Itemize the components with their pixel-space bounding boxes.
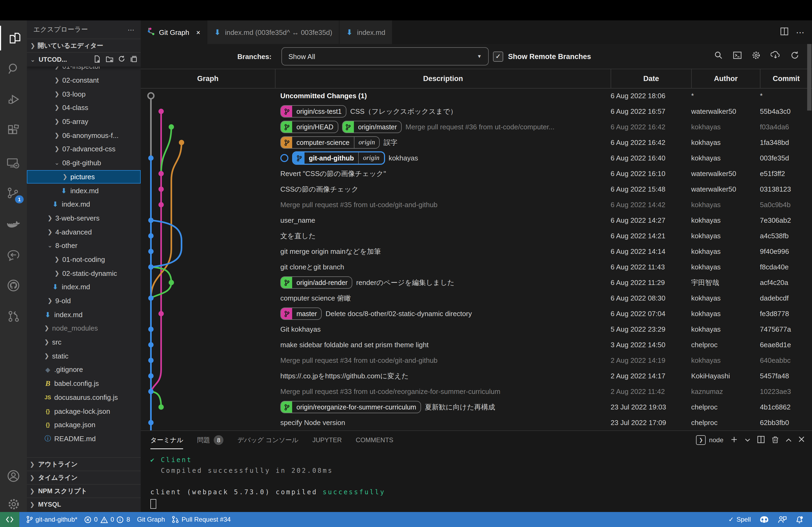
activity-github-icon[interactable] bbox=[0, 273, 27, 298]
tree-item-01-not-coding[interactable]: ❯01-not-coding bbox=[27, 253, 141, 266]
tree-item-06-anonymous-f...[interactable]: ❯06-anonymous-f... bbox=[27, 129, 141, 142]
collapse-all-icon[interactable] bbox=[130, 55, 137, 64]
commit-row[interactable]: user_name6 Aug 2022 14:27kokhayas7e306ab… bbox=[141, 212, 812, 228]
activity-explorer-icon[interactable] bbox=[0, 26, 28, 50]
panel-tab-COMMENTS[interactable]: COMMENTS bbox=[356, 431, 393, 449]
tab-index.md[interactable]: ⬇index.md bbox=[339, 20, 393, 44]
activity-live-share-icon[interactable] bbox=[0, 243, 27, 268]
explorer-section-タイムライン[interactable]: ❯タイムライン bbox=[27, 471, 141, 484]
panel-tab-デバッグ コンソール[interactable]: デバッグ コンソール bbox=[237, 431, 298, 449]
tree-item-03-loop[interactable]: ❯03-loop bbox=[27, 87, 141, 101]
notifications-bell-icon[interactable] bbox=[795, 515, 803, 524]
branch-badge[interactable]: git-and-githuborigin bbox=[292, 151, 385, 165]
commit-row[interactable]: make sidebar foldable and set prism them… bbox=[141, 337, 812, 352]
terminal-icon[interactable] bbox=[733, 51, 742, 62]
tree-item-04-class[interactable]: ❯04-class bbox=[27, 101, 141, 115]
panel-tab-問題[interactable]: 問題8 bbox=[197, 431, 223, 449]
branch-badge[interactable]: computer-scienceorigin bbox=[280, 136, 380, 149]
activity-search-icon[interactable] bbox=[0, 56, 27, 81]
terminal-dropdown-icon[interactable] bbox=[745, 436, 750, 444]
tree-item-01-inspector[interactable]: ❯01-inspector bbox=[27, 66, 141, 73]
tree-item-node-modules[interactable]: ❯node_modules bbox=[27, 321, 141, 335]
settings-icon[interactable] bbox=[752, 51, 760, 62]
new-terminal-icon[interactable] bbox=[730, 436, 738, 445]
commit-row[interactable]: CSSの節の画像チェック6 Aug 2022 15:48waterwalker5… bbox=[141, 181, 812, 197]
activity-remote-explorer-icon[interactable] bbox=[0, 151, 27, 176]
commit-row[interactable]: Revert "CSSの節の画像チェック"6 Aug 2022 16:10wat… bbox=[141, 166, 812, 181]
new-file-icon[interactable] bbox=[93, 55, 101, 64]
maximize-panel-icon[interactable] bbox=[786, 436, 792, 444]
tree-item-9-old[interactable]: ❯9-old bbox=[27, 294, 141, 307]
commit-row[interactable]: Uncommitted Changes (1)6 Aug 2022 18:06*… bbox=[141, 88, 812, 104]
new-folder-icon[interactable] bbox=[106, 55, 113, 64]
workspace-section[interactable]: ⌄ UTCOD... bbox=[27, 52, 141, 66]
commit-row[interactable]: git-and-githuboriginkokhayas6 Aug 2022 1… bbox=[141, 150, 812, 166]
branch-badge[interactable]: origin/css-test1 bbox=[280, 105, 346, 118]
commit-row[interactable]: git cloneとgit branch6 Aug 2022 11:43kokh… bbox=[141, 259, 812, 275]
activity-run-debug-icon[interactable] bbox=[0, 87, 27, 111]
tree-item-02-constant[interactable]: ❯02-constant bbox=[27, 73, 141, 87]
branch-badge[interactable]: origin/HEAD bbox=[280, 121, 338, 133]
commit-row[interactable]: Merge pull request #34 from ut-code/git-… bbox=[141, 352, 812, 368]
problems-status-item[interactable]: 0 0 8 bbox=[84, 516, 130, 523]
tree-item-readme.md[interactable]: ⓘREADME.md bbox=[27, 432, 141, 446]
commit-row[interactable]: origin/css-test1CSS（フレックスボックスまで）6 Aug 20… bbox=[141, 104, 812, 119]
activity-docker-icon[interactable] bbox=[0, 212, 27, 237]
explorer-more-icon[interactable]: ⋯ bbox=[128, 26, 134, 33]
branch-badge[interactable]: origin/master bbox=[342, 121, 402, 133]
commit-row[interactable]: Git kokhayas5 Aug 2022 23:29kokhayas7475… bbox=[141, 321, 812, 337]
commit-row[interactable]: https://.co.jpをhttps://github.comに変えた2 A… bbox=[141, 368, 812, 384]
tree-item-.gitignore[interactable]: ◆.gitignore bbox=[27, 363, 141, 376]
scrollbar-thumb[interactable] bbox=[807, 44, 811, 110]
commit-row[interactable]: origin/add-renderrenderのページを編集しました6 Aug … bbox=[141, 275, 812, 290]
close-panel-icon[interactable] bbox=[799, 436, 804, 444]
explorer-section-MYSQL[interactable]: ❯MYSQL bbox=[27, 497, 141, 511]
branch-badge[interactable]: origin/reorganize-for-summer-curriculum bbox=[280, 401, 421, 413]
shell-selector[interactable]: ❯ node bbox=[696, 435, 723, 445]
panel-tab-ターミナル[interactable]: ターミナル bbox=[150, 431, 183, 449]
terminal-output[interactable]: ✔ Client Compiled successfully in 202.08… bbox=[150, 454, 385, 509]
column-header-author[interactable]: Author bbox=[691, 69, 760, 88]
tab-index.md[interactable]: ⬇index.md (003fe35d^ ↔ 003fe35d) bbox=[207, 20, 339, 44]
find-icon[interactable] bbox=[714, 51, 723, 62]
activity-pull-requests-icon[interactable] bbox=[0, 304, 27, 328]
split-terminal-icon[interactable] bbox=[757, 436, 765, 445]
tree-item-pictures[interactable]: ❯pictures bbox=[27, 170, 141, 183]
branch-status-item[interactable]: git-and-github* bbox=[26, 516, 77, 523]
activity-extensions-icon[interactable] bbox=[0, 118, 27, 143]
spell-status-item[interactable]: ✓ Spell bbox=[728, 516, 751, 523]
explorer-section-NPM スクリプト[interactable]: ❯NPM スクリプト bbox=[27, 484, 141, 497]
refresh-icon[interactable] bbox=[118, 55, 125, 64]
commit-row[interactable]: specify Node version23 Jul 2022 17:09che… bbox=[141, 415, 812, 431]
explorer-section-アウトライン[interactable]: ❯アウトライン bbox=[27, 457, 141, 471]
commit-row[interactable]: Merge pull request #35 from ut-code/git-… bbox=[141, 197, 812, 212]
tree-item-3-web-servers[interactable]: ❯3-web-servers bbox=[27, 211, 141, 225]
tab-git[interactable]: Git Graph× bbox=[141, 20, 207, 44]
tree-item-docusaurus.config.js[interactable]: JSdocusaurus.config.js bbox=[27, 390, 141, 404]
commit-row[interactable]: git merge origin mainなどを加筆6 Aug 2022 14:… bbox=[141, 244, 812, 259]
branch-badge[interactable]: master bbox=[280, 307, 322, 320]
tree-item-babel.config.js[interactable]: Bbabel.config.js bbox=[27, 377, 141, 390]
show-remote-branches-checkbox[interactable]: ✓ Show Remote Branches bbox=[493, 51, 591, 61]
tree-item-02-static-dynamic[interactable]: ❯02-static-dynamic bbox=[27, 267, 141, 280]
commit-row[interactable]: Merge pull request #33 from ut-code/reor… bbox=[141, 384, 812, 399]
branches-dropdown[interactable]: Show All▼ bbox=[281, 47, 489, 65]
column-header-date[interactable]: Date bbox=[611, 69, 691, 88]
more-actions-icon[interactable]: ⋯ bbox=[796, 27, 804, 37]
commit-row[interactable]: origin/reorganize-for-summer-curriculum夏… bbox=[141, 399, 812, 415]
pull-request-status-item[interactable]: Pull Request #34 bbox=[172, 516, 231, 523]
column-header-description[interactable]: Description bbox=[275, 69, 611, 88]
tree-item-index.md[interactable]: ⬇index.md bbox=[27, 183, 141, 197]
tree-item-index.md[interactable]: ⬇index.md bbox=[27, 308, 141, 321]
commit-row[interactable]: origin/HEADorigin/masterMerge pull reque… bbox=[141, 119, 812, 135]
close-tab-icon[interactable]: × bbox=[196, 28, 200, 36]
open-editors-section[interactable]: ❯開いているエディター bbox=[27, 39, 141, 52]
activity-account-icon[interactable] bbox=[0, 464, 27, 488]
panel-tab-JUPYTER[interactable]: JUPYTER bbox=[312, 431, 342, 449]
refresh-icon[interactable] bbox=[791, 51, 799, 62]
activity-source-control-graph-icon[interactable]: 1 bbox=[0, 181, 27, 206]
tree-item-8-other[interactable]: ⌄8-other bbox=[27, 239, 141, 253]
tree-item-index.md[interactable]: ⬇index.md bbox=[27, 280, 141, 294]
column-header-graph[interactable]: Graph bbox=[141, 69, 275, 88]
commit-row[interactable]: computer science 俯瞰6 Aug 2022 08:30kokha… bbox=[141, 290, 812, 306]
